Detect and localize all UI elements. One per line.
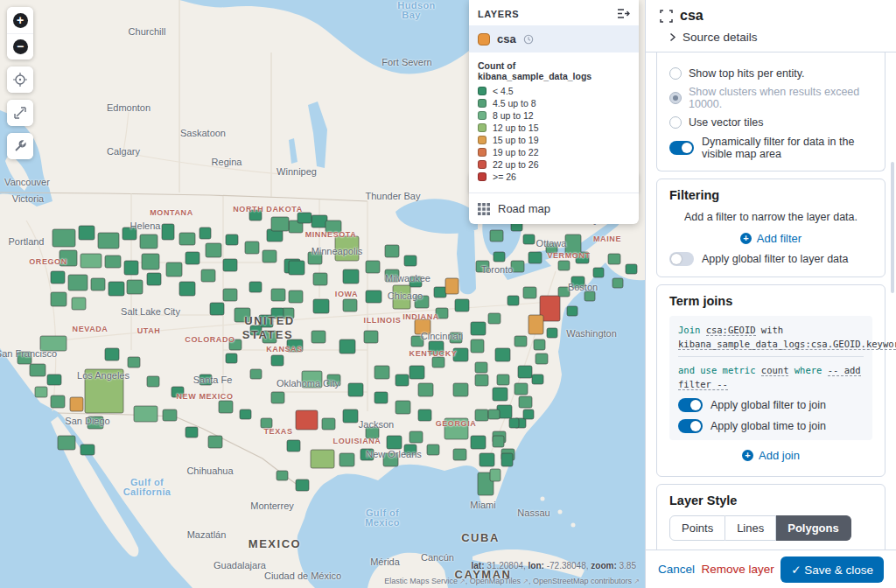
csa-region[interactable] bbox=[127, 280, 143, 294]
csa-region[interactable] bbox=[364, 331, 378, 343]
join-global-filter-toggle-row[interactable]: Apply global filter to join bbox=[678, 398, 864, 412]
csa-region[interactable] bbox=[80, 254, 102, 268]
csa-region[interactable] bbox=[523, 410, 534, 419]
csa-region[interactable] bbox=[162, 224, 174, 240]
csa-region[interactable] bbox=[327, 374, 340, 386]
csa-region[interactable] bbox=[509, 418, 519, 428]
csa-region[interactable] bbox=[140, 234, 158, 248]
csa-region[interactable] bbox=[475, 362, 487, 373]
join-right-field[interactable]: kibana_sample_data_logs:csa.GEOID.keywor… bbox=[678, 339, 896, 350]
save-close-button[interactable]: ✓ Save & close bbox=[780, 556, 884, 583]
csa-region[interactable] bbox=[287, 440, 300, 452]
csa-region[interactable] bbox=[445, 278, 458, 294]
csa-region[interactable] bbox=[134, 406, 158, 422]
csa-region[interactable] bbox=[494, 252, 505, 262]
csa-region[interactable] bbox=[172, 387, 184, 397]
csa-region[interactable] bbox=[229, 340, 242, 350]
csa-region[interactable] bbox=[565, 234, 581, 255]
csa-region[interactable] bbox=[52, 229, 75, 247]
csa-region[interactable] bbox=[343, 270, 359, 284]
csa-region[interactable] bbox=[179, 233, 195, 245]
csa-region[interactable] bbox=[418, 410, 431, 421]
csa-region[interactable] bbox=[312, 331, 326, 343]
measure-distance-button[interactable] bbox=[7, 100, 33, 126]
csa-region[interactable] bbox=[366, 290, 382, 303]
csa-region[interactable] bbox=[434, 287, 446, 298]
attribution-link[interactable]: Elastic Maps Service ↗ bbox=[384, 577, 465, 585]
csa-region[interactable] bbox=[249, 282, 262, 292]
csa-region[interactable] bbox=[514, 383, 528, 395]
dynamic-filter-toggle-row[interactable]: Dynamically filter for data in the visib… bbox=[669, 136, 872, 160]
csa-region[interactable] bbox=[511, 261, 524, 272]
collapse-layers-icon[interactable] bbox=[617, 8, 630, 19]
csa-region[interactable] bbox=[418, 383, 433, 396]
csa-region[interactable] bbox=[488, 410, 500, 419]
toggle-on-icon[interactable] bbox=[678, 398, 703, 412]
csa-region[interactable] bbox=[91, 278, 105, 290]
csa-region[interactable] bbox=[471, 436, 486, 449]
csa-region[interactable] bbox=[411, 336, 424, 346]
csa-region[interactable] bbox=[455, 299, 469, 312]
csa-region[interactable] bbox=[547, 328, 557, 338]
add-join-button[interactable]: + Add join bbox=[669, 449, 872, 462]
join-global-time-toggle-row[interactable]: Apply global time to join bbox=[678, 419, 864, 433]
csa-region[interactable] bbox=[201, 270, 215, 282]
csa-region[interactable] bbox=[58, 436, 75, 450]
csa-region[interactable] bbox=[326, 220, 341, 233]
csa-region[interactable] bbox=[340, 453, 354, 466]
csa-region[interactable] bbox=[271, 392, 284, 403]
csa-region[interactable] bbox=[85, 369, 123, 413]
csa-region[interactable] bbox=[147, 376, 159, 387]
csa-region[interactable] bbox=[490, 230, 503, 242]
csa-region[interactable] bbox=[528, 252, 542, 263]
csa-region[interactable] bbox=[497, 374, 509, 385]
csa-region[interactable] bbox=[79, 226, 94, 240]
csa-region[interactable] bbox=[147, 273, 161, 285]
csa-region[interactable] bbox=[387, 436, 402, 449]
csa-region[interactable] bbox=[72, 298, 86, 310]
csa-region[interactable] bbox=[186, 427, 198, 438]
csa-region[interactable] bbox=[450, 332, 462, 343]
csa-region[interactable] bbox=[226, 354, 237, 363]
toggle-on-icon[interactable] bbox=[669, 141, 694, 155]
csa-region[interactable] bbox=[186, 252, 200, 264]
csa-region[interactable] bbox=[128, 357, 140, 368]
csa-region[interactable] bbox=[311, 450, 334, 468]
csa-region[interactable] bbox=[166, 262, 182, 276]
csa-region[interactable] bbox=[558, 287, 570, 297]
csa-region[interactable] bbox=[219, 401, 233, 413]
csa-region[interactable] bbox=[558, 261, 570, 270]
csa-region[interactable] bbox=[626, 264, 637, 274]
set-view-button[interactable] bbox=[7, 66, 33, 93]
csa-region[interactable] bbox=[480, 453, 494, 466]
csa-region[interactable] bbox=[261, 418, 272, 428]
csa-region[interactable] bbox=[249, 210, 262, 220]
csa-region[interactable] bbox=[298, 213, 312, 223]
csa-region[interactable] bbox=[385, 245, 399, 257]
csa-region[interactable] bbox=[475, 410, 488, 421]
csa-region[interactable] bbox=[404, 256, 416, 266]
csa-region[interactable] bbox=[51, 292, 66, 306]
csa-region[interactable] bbox=[396, 374, 409, 386]
csa-region[interactable] bbox=[453, 449, 466, 460]
csa-region[interactable] bbox=[536, 354, 548, 364]
csa-region[interactable] bbox=[47, 374, 61, 385]
csa-region[interactable] bbox=[396, 401, 410, 414]
csa-region[interactable] bbox=[51, 271, 65, 284]
tab-lines[interactable]: Lines bbox=[725, 515, 776, 541]
csa-region[interactable] bbox=[289, 261, 304, 275]
csa-region[interactable] bbox=[528, 315, 543, 334]
csa-region[interactable] bbox=[374, 392, 388, 403]
csa-region[interactable] bbox=[124, 261, 138, 275]
flyout-scrollbar[interactable] bbox=[891, 162, 894, 293]
csa-region[interactable] bbox=[385, 270, 399, 282]
csa-region[interactable] bbox=[343, 299, 357, 312]
csa-region[interactable] bbox=[410, 276, 422, 287]
attribution-link[interactable]: OpenStreetMap contributors ↗ bbox=[533, 577, 640, 585]
csa-region[interactable] bbox=[383, 453, 398, 466]
csa-region[interactable] bbox=[471, 340, 484, 353]
csa-region[interactable] bbox=[223, 289, 237, 301]
csa-region[interactable] bbox=[415, 319, 430, 334]
csa-region[interactable] bbox=[108, 282, 124, 296]
csa-region[interactable] bbox=[250, 369, 262, 379]
